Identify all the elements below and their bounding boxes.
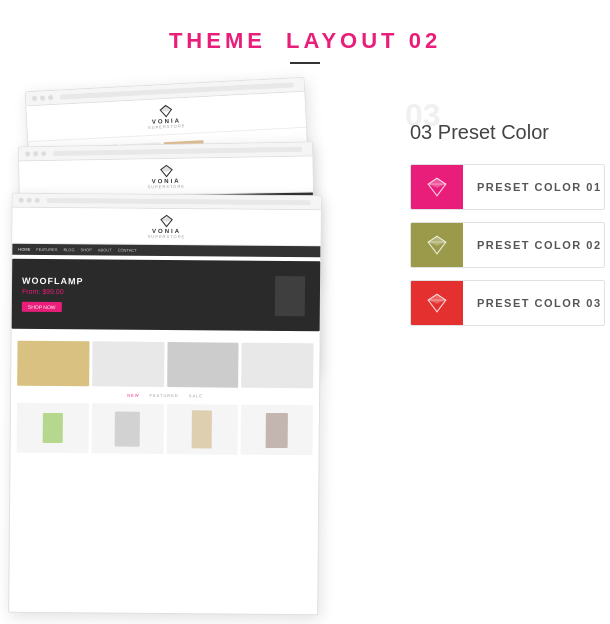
screen-nav-2: VONIA SUPERSTORE (19, 156, 313, 197)
title-static: THEME (169, 28, 266, 53)
section-sale: SALE (189, 393, 203, 398)
chrome-dot (19, 198, 24, 203)
product-image (43, 413, 63, 443)
product-image (115, 411, 140, 446)
section-featured: FEATURED (149, 393, 178, 398)
screen3-products: NEW FEATURED SALE (11, 333, 320, 460)
preset-02-color-swatch (411, 223, 463, 267)
preset-01-color-swatch (411, 165, 463, 209)
product-grid-main (17, 341, 313, 389)
menu-blog: BLOG (63, 247, 74, 252)
chrome-dot (40, 95, 45, 100)
product-item (92, 341, 164, 387)
chrome-address-bar (47, 198, 311, 205)
diamond-logo-icon-3 (160, 214, 174, 228)
preset-color-02-button[interactable]: PRESET COLOR 02 (410, 222, 605, 268)
hero-banner: WOOFLAMP From: $99.00 SHOP NOW (12, 259, 321, 332)
menu-about: ABOUT (98, 247, 112, 252)
screen-nav-3: VONIA SUPERSTORE (12, 208, 320, 247)
bottom-product (17, 403, 89, 454)
bottom-product (241, 405, 313, 456)
preset-color-03-button[interactable]: PRESET COLOR 03 (410, 280, 605, 326)
menu-shop: SHOP (80, 247, 91, 252)
main-content: VONIA SUPERSTORE (0, 74, 610, 594)
section-labels: NEW FEATURED SALE (17, 390, 313, 402)
chrome-dot (33, 151, 38, 156)
chrome-dot (25, 151, 30, 156)
menu-features: FEATURES (36, 247, 57, 252)
presets-container: 03 03 Preset Color PRESET COLOR 01 (410, 84, 605, 338)
bottom-product (166, 404, 238, 455)
screen-mockup-3: VONIA SUPERSTORE HOME FEATURES BLOG SHOP… (8, 193, 322, 616)
chrome-dot (27, 198, 32, 203)
product-image (266, 412, 288, 447)
preset-03-label: PRESET COLOR 03 (463, 297, 602, 309)
screen-logo-3: VONIA SUPERSTORE (148, 214, 186, 239)
section-new: NEW (127, 393, 139, 398)
preset-heading-area: 03 03 Preset Color (410, 99, 605, 144)
svg-marker-7 (428, 178, 446, 188)
diamond-logo-icon (159, 104, 174, 119)
hero-title: WOOFLAMP (22, 275, 84, 286)
bottom-product (91, 403, 163, 454)
hero-shop-button[interactable]: SHOP NOW (22, 301, 62, 311)
bottom-product-grid (17, 403, 313, 456)
preset-03-color-swatch (411, 281, 463, 325)
diamond-icon-01 (426, 176, 448, 198)
screens-container: VONIA SUPERSTORE (10, 84, 390, 594)
chrome-dot (48, 95, 53, 100)
diamond-icon-02 (426, 234, 448, 256)
hero-price: From: $99.00 (22, 287, 84, 295)
chrome-address-bar (53, 147, 302, 156)
menu-contact: CONTACT (118, 248, 137, 253)
page-header: THEME LAYOUT 02 (0, 0, 610, 74)
product-image (192, 410, 212, 448)
svg-marker-5 (161, 215, 172, 221)
hero-text: WOOFLAMP From: $99.00 SHOP NOW (22, 275, 84, 313)
logo-subtext: SUPERSTORE (148, 123, 186, 130)
page-title: THEME LAYOUT 02 (0, 28, 610, 54)
logo-subtext-2: SUPERSTORE (147, 184, 185, 190)
chrome-dot (35, 198, 40, 203)
svg-marker-13 (428, 294, 446, 304)
preset-heading: 03 Preset Color (410, 121, 605, 144)
screen-logo-1: VONIA SUPERSTORE (147, 103, 186, 130)
hero-image-area (83, 274, 310, 316)
hero-product-image (275, 276, 305, 316)
main-nav-menu: HOME FEATURES BLOG SHOP ABOUT CONTACT (12, 244, 320, 258)
svg-marker-10 (428, 236, 446, 246)
product-item (167, 342, 239, 388)
product-item (241, 343, 313, 389)
preset-02-label: PRESET COLOR 02 (463, 239, 602, 251)
preset-color-01-button[interactable]: PRESET COLOR 01 (410, 164, 605, 210)
menu-home: HOME (18, 247, 30, 252)
diamond-logo-icon-2 (159, 164, 173, 178)
header-divider (290, 62, 320, 64)
screen-logo-2: VONIA SUPERSTORE (147, 164, 185, 190)
preset-01-label: PRESET COLOR 01 (463, 181, 602, 193)
chrome-dot (41, 151, 46, 156)
chrome-dot (32, 96, 37, 101)
logo-subtext-3: SUPERSTORE (148, 234, 186, 239)
diamond-icon-03 (426, 292, 448, 314)
product-item (17, 341, 89, 387)
title-highlight: LAYOUT 02 (286, 28, 441, 53)
